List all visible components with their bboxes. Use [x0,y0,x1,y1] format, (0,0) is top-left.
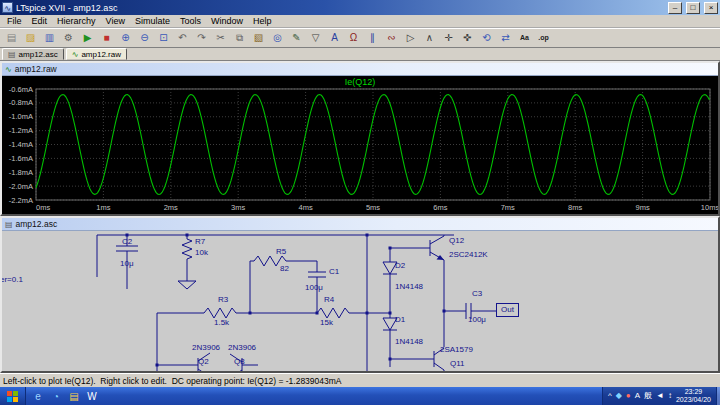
ground-icon[interactable]: ▽ [306,30,325,46]
label-d1-value[interactable]: 1N4148 [395,337,423,346]
cut-icon[interactable]: ✂ [211,30,230,46]
label-q8-name[interactable]: Q8 [234,357,245,366]
label-c1-name[interactable]: C1 [329,267,339,276]
blue-diamond-tray-icon[interactable]: ◆ [616,387,622,405]
label-r3-name[interactable]: R3 [218,295,228,304]
spice-directive-icon[interactable]: .op [534,30,553,46]
ime-mode-indicator[interactable]: A [635,387,640,405]
label-param-directive[interactable]: er=0.1 [2,275,23,284]
menu-item-window[interactable]: Window [206,16,248,26]
label-q2-name[interactable]: Q2 [198,357,209,366]
inductor-icon[interactable]: ∾ [382,30,401,46]
label-r7-name[interactable]: R7 [195,237,205,246]
mirror-icon[interactable]: ⇄ [496,30,515,46]
zoom-in-icon[interactable]: ⊕ [116,30,135,46]
schematic-window-titlebar[interactable]: ▤ amp12.asc [2,218,718,231]
find-icon[interactable]: ◎ [268,30,287,46]
label-r5-value[interactable]: 82 [280,264,289,273]
label-q2-value[interactable]: 2N3906 [192,343,220,352]
show-desktop-button[interactable] [716,387,720,405]
label-q11-name[interactable]: Q11 [450,359,465,368]
schematic-canvas[interactable]: er=0.1C210μR710kR582C1100μR31.5kR415kD21… [2,231,718,371]
zoom-out-icon[interactable]: ⊖ [135,30,154,46]
text-icon[interactable]: Aa [515,30,534,46]
label-r5-name[interactable]: R5 [276,247,286,256]
internet-explorer-icon[interactable]: e [30,388,46,404]
save-icon[interactable]: ▥ [40,30,59,46]
red-dot-tray-icon[interactable]: ● [626,387,631,405]
component-icon[interactable]: ∧ [420,30,439,46]
label-d2-name[interactable]: D2 [395,261,405,270]
menu-item-hierarchy[interactable]: Hierarchy [52,16,101,26]
undo-icon[interactable]: ↶ [173,30,192,46]
label-c3-value[interactable]: 100μ [468,315,486,324]
schematic-drawing[interactable] [2,231,718,371]
label-r7-value[interactable]: 10k [195,248,208,257]
file-explorer-icon[interactable]: ▤ [66,388,82,404]
label-r4-value[interactable]: 15k [320,318,333,327]
label-d1-name[interactable]: D1 [395,315,405,324]
network-icon[interactable]: ↕ [668,387,672,405]
out-port-flag[interactable]: Out [496,303,519,317]
menu-item-tools[interactable]: Tools [175,16,206,26]
open-icon[interactable]: ▨ [21,30,40,46]
label-c2-value[interactable]: 10μ [120,259,134,268]
schematic-doc-icon: ▤ [5,220,13,229]
volume-icon[interactable]: ◄ [656,387,664,405]
label-q8-value[interactable]: 2N3906 [228,343,256,352]
waveform-plot[interactable]: 0ms1ms2ms3ms4ms5ms6ms7ms8ms9ms10ms-0.6mA… [2,76,718,214]
diode-icon[interactable]: ▷ [401,30,420,46]
rotate-icon[interactable]: ⟲ [477,30,496,46]
wire-icon[interactable]: ✎ [287,30,306,46]
menu-item-simulate[interactable]: Simulate [130,16,175,26]
maximize-button[interactable]: □ [686,2,700,14]
label-q11-value[interactable]: 2SA1579 [440,345,473,354]
waveform-window-titlebar[interactable]: ∿ amp12.raw [2,63,718,76]
halt-icon[interactable]: ■ [97,30,116,46]
status-text: Left-click to plot Ie(Q12). Right click … [3,376,342,386]
label-c3-name[interactable]: C3 [472,289,482,298]
menubar: FileEditHierarchyViewSimulateToolsWindow… [0,15,720,28]
run-icon[interactable]: ▶ [78,30,97,46]
label-r4-name[interactable]: R4 [324,295,334,304]
clock-time: 23:29 [676,388,711,396]
new-schematic-icon[interactable]: ▤ [2,30,21,46]
label-net-icon[interactable]: A [325,30,344,46]
label-q12-value[interactable]: 2SC2412K [449,250,488,259]
tab-amp12.asc[interactable]: ▤amp12.asc [2,48,64,60]
label-d2-value[interactable]: 1N4148 [395,282,423,291]
start-button[interactable] [0,387,26,405]
menu-item-view[interactable]: View [101,16,130,26]
move-icon[interactable]: ✛ [439,30,458,46]
window-title: LTspice XVII - amp12.asc [16,3,664,13]
menu-item-edit[interactable]: Edit [27,16,53,26]
taskbar-clock[interactable]: 23:29 2023/04/20 [676,388,711,404]
copy-icon[interactable]: ⧉ [230,30,249,46]
hidden-icons-chevron[interactable]: ^ [608,387,612,405]
redo-icon[interactable]: ↷ [192,30,211,46]
control-panel-icon[interactable]: ⚙ [59,30,78,46]
menu-item-help[interactable]: Help [248,16,277,26]
minimize-button[interactable]: – [668,2,682,14]
zoom-full-extents-icon[interactable]: ⊡ [154,30,173,46]
edge-icon[interactable]: ◔ [48,388,64,404]
tab-amp12.raw[interactable]: ∿amp12.raw [66,48,127,60]
svg-text:3ms: 3ms [231,203,245,212]
ime-conversion-indicator[interactable]: 般 [644,387,652,405]
trace-label[interactable]: Ie(Q12) [2,77,718,87]
label-c1-value[interactable]: 100μ [305,283,323,292]
tab-icon: ∿ [72,50,79,59]
word-icon[interactable]: W [84,388,100,404]
label-c2-name[interactable]: C2 [122,237,132,246]
label-r3-value[interactable]: 1.5k [214,318,229,327]
waveform-plot-area[interactable]: Ie(Q12) 0ms1ms2ms3ms4ms5ms6ms7ms8ms9ms10… [2,76,718,214]
resistor-icon[interactable]: Ω [344,30,363,46]
drag-icon[interactable]: ✜ [458,30,477,46]
paste-icon[interactable]: ▧ [249,30,268,46]
label-q12-name[interactable]: Q12 [449,236,464,245]
svg-text:6ms: 6ms [433,203,447,212]
close-button[interactable]: × [704,2,718,14]
menu-item-file[interactable]: File [2,16,27,26]
schematic-window-title: amp12.asc [16,219,58,229]
capacitor-icon[interactable]: ∥ [363,30,382,46]
